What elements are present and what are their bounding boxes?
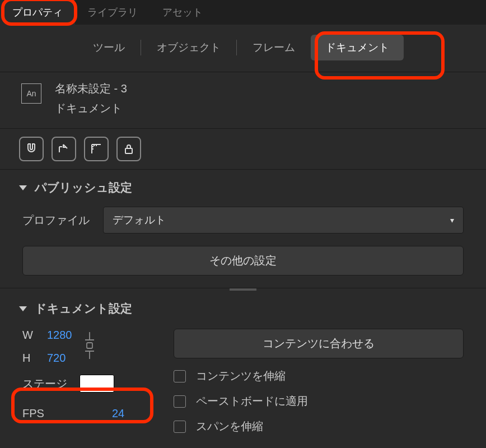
fit-to-content-button[interactable]: コンテンツに合わせる	[174, 329, 464, 358]
doc-settings-title: ドキュメント設定	[35, 301, 132, 316]
dimension-column: W 1280 H 720 ステージ	[22, 329, 162, 434]
scale-span-checkbox[interactable]	[174, 421, 186, 433]
subtab-frame[interactable]: フレーム	[242, 36, 305, 59]
apply-pasteboard-label: ペーストボードに適用	[196, 394, 308, 409]
document-titles: 名称未設定 - 3 ドキュメント	[55, 81, 127, 116]
subtab-bar: ツール オブジェクト フレーム ドキュメント	[0, 25, 486, 72]
subtab-document[interactable]: ドキュメント	[311, 35, 404, 60]
publish-section: パブリッシュ設定 プロファイル デフォルト ▾ その他の設定	[0, 170, 486, 288]
edit-multiple-frames-button[interactable]	[52, 137, 76, 161]
divider	[236, 40, 237, 55]
lock-icon	[122, 142, 135, 156]
doc-settings-section: ドキュメント設定 W 1280 H 720	[0, 291, 486, 443]
ruler-button[interactable]	[84, 137, 109, 161]
chevron-down-icon	[19, 306, 27, 311]
divider	[141, 40, 141, 55]
publish-title: パブリッシュ設定	[35, 180, 132, 195]
animate-app-icon: An	[21, 83, 41, 104]
doc-options-column: コンテンツに合わせる コンテンツを伸縮 ペーストボードに適用 スパンを伸縮	[174, 329, 464, 434]
edit-frames-icon	[57, 142, 71, 156]
svg-rect-1	[87, 343, 92, 348]
stage-label: ステージ	[22, 376, 67, 391]
publish-header[interactable]: パブリッシュ設定	[0, 170, 486, 203]
profile-select[interactable]: デフォルト ▾	[103, 207, 464, 234]
fps-label: FPS	[22, 407, 49, 420]
tab-properties[interactable]: プロパティ	[0, 0, 75, 25]
ruler-icon	[90, 142, 103, 156]
stage-color-swatch[interactable]	[80, 375, 114, 393]
link-dimensions-button[interactable]	[82, 330, 97, 364]
panel-tabs: プロパティ ライブラリ アセット	[0, 0, 486, 25]
broken-link-icon	[82, 330, 97, 361]
document-type: ドキュメント	[55, 101, 127, 116]
subtab-object[interactable]: オブジェクト	[147, 36, 231, 59]
document-info: An 名称未設定 - 3 ドキュメント	[0, 72, 486, 129]
svg-rect-0	[125, 148, 132, 153]
snap-magnet-button[interactable]	[19, 137, 44, 161]
doc-settings-header[interactable]: ドキュメント設定	[0, 291, 486, 324]
height-label: H	[22, 352, 36, 365]
profile-label: プロファイル	[22, 213, 95, 228]
fps-input[interactable]: 24	[112, 407, 124, 420]
quick-tool-row	[0, 129, 486, 170]
chevron-down-icon: ▾	[450, 216, 454, 225]
height-input[interactable]: 720	[47, 352, 76, 365]
scale-span-label: スパンを伸縮	[196, 419, 263, 434]
more-settings-button[interactable]: その他の設定	[22, 246, 464, 276]
lock-button[interactable]	[116, 137, 141, 161]
chevron-down-icon	[19, 185, 27, 190]
width-label: W	[22, 329, 36, 342]
magnet-icon	[25, 142, 38, 156]
scale-content-checkbox[interactable]	[174, 370, 186, 382]
profile-value: デフォルト	[113, 213, 166, 227]
tab-library[interactable]: ライブラリ	[75, 0, 150, 25]
width-input[interactable]: 1280	[47, 329, 76, 342]
apply-pasteboard-checkbox[interactable]	[174, 395, 186, 408]
tab-assets[interactable]: アセット	[150, 0, 215, 25]
subtab-tool[interactable]: ツール	[83, 36, 135, 59]
document-name: 名称未設定 - 3	[55, 81, 127, 96]
scale-content-label: コンテンツを伸縮	[196, 368, 286, 384]
